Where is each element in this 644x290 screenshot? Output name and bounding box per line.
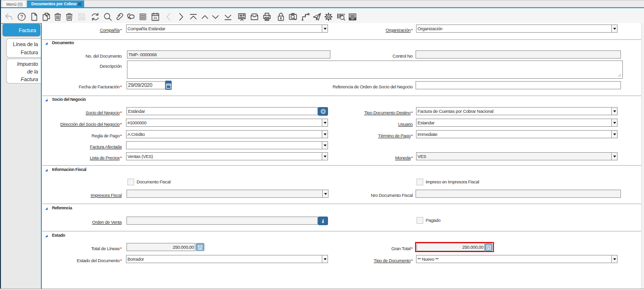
svg-text:31: 31 [153, 16, 157, 20]
svg-text:?: ? [20, 14, 23, 20]
